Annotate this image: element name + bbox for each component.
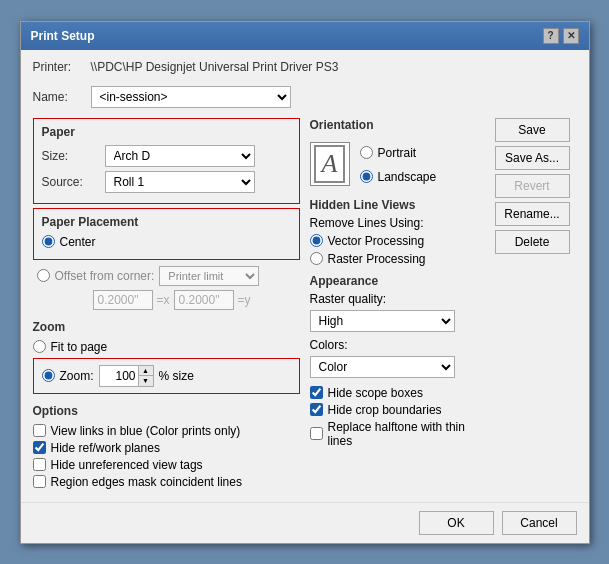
spinner-buttons: ▲ ▼ (138, 366, 153, 386)
offset-radio[interactable] (37, 269, 50, 282)
region-edges-label: Region edges mask coincident lines (51, 475, 242, 489)
save-button[interactable]: Save (495, 118, 570, 142)
action-buttons: Save Save As... Revert Rename... Delete (495, 118, 577, 492)
ok-button[interactable]: OK (419, 511, 494, 535)
paper-title: Paper (42, 125, 291, 139)
orientation-title: Orientation (310, 118, 485, 132)
offset-label: Offset from corner: (55, 269, 155, 283)
rename-button[interactable]: Rename... (495, 202, 570, 226)
opt-check-3: Hide unreferenced view tags (33, 458, 300, 472)
landscape-label: Landscape (378, 170, 437, 184)
colors-select[interactable]: Color Black Lines Grayscale (310, 356, 455, 378)
vector-label: Vector Processing (328, 234, 425, 248)
right-options: Hide scope boxes Hide crop boundaries Re… (310, 386, 485, 448)
opt-check-1: View links in blue (Color prints only) (33, 424, 300, 438)
colors-label: Colors: (310, 338, 485, 352)
dialog-body: Printer: \\PDC\HP Designjet Universal Pr… (21, 50, 589, 502)
portrait-radio[interactable] (360, 146, 373, 159)
hide-unreferenced-label: Hide unreferenced view tags (51, 458, 203, 472)
region-edges-check[interactable] (33, 475, 46, 488)
replace-halftone-label: Replace halftone with thin lines (328, 420, 485, 448)
close-button[interactable]: ✕ (563, 28, 579, 44)
offset-radio-row: Offset from corner: Printer limit (37, 266, 300, 286)
cancel-button[interactable]: Cancel (502, 511, 577, 535)
help-button[interactable]: ? (543, 28, 559, 44)
landscape-row: Landscape (360, 170, 437, 184)
left-column: Paper Size: Arch D Source: Roll 1 (33, 118, 300, 492)
raster-quality-select[interactable]: High Draft Low Medium Presentation (310, 310, 455, 332)
portrait-label: Portrait (378, 146, 417, 160)
printer-label: Printer: (33, 60, 83, 74)
save-as-button[interactable]: Save As... (495, 146, 570, 170)
raster-row: Raster Processing (310, 252, 485, 266)
center-radio[interactable] (42, 235, 55, 248)
opt-check-4: Region edges mask coincident lines (33, 475, 300, 489)
right-column: Orientation A Portrait (310, 118, 485, 492)
source-select[interactable]: Roll 1 (105, 171, 255, 193)
hide-crop-check[interactable] (310, 403, 323, 416)
paper-size-row: Size: Arch D (42, 145, 291, 167)
hide-scope-label: Hide scope boxes (328, 386, 423, 400)
size-select[interactable]: Arch D (105, 145, 255, 167)
name-select[interactable]: <in-session> (91, 86, 291, 108)
zoom-section: Zoom Fit to page Zoom: (33, 320, 300, 394)
appearance-section: Appearance Raster quality: High Draft Lo… (310, 274, 485, 378)
center-radio-row: Center (42, 235, 291, 249)
title-bar: Print Setup ? ✕ (21, 22, 589, 50)
zoom-value-input[interactable] (100, 366, 138, 386)
hide-crop-row: Hide crop boundaries (310, 403, 485, 417)
orientation-icon: A (310, 142, 350, 186)
hidden-line-title: Hidden Line Views (310, 198, 485, 212)
name-label: Name: (33, 90, 83, 104)
replace-halftone-row: Replace halftone with thin lines (310, 420, 485, 448)
source-label: Source: (42, 175, 97, 189)
offset-select[interactable]: Printer limit (159, 266, 259, 286)
size-label: Size: (42, 149, 97, 163)
zoom-unit: % size (159, 369, 194, 383)
zoom-label: Zoom: (60, 369, 94, 383)
offset-coords: =x =y (93, 290, 300, 310)
opt-check-2: Hide ref/work planes (33, 441, 300, 455)
zoom-input-row: Zoom: ▲ ▼ % size (42, 365, 291, 387)
zoom-box: Zoom: ▲ ▼ % size (33, 358, 300, 394)
revert-button[interactable]: Revert (495, 174, 570, 198)
x-input[interactable] (93, 290, 153, 310)
delete-button[interactable]: Delete (495, 230, 570, 254)
zoom-radio[interactable] (42, 369, 55, 382)
raster-label: Raster Processing (328, 252, 426, 266)
vector-radio[interactable] (310, 234, 323, 247)
hide-ref-label: Hide ref/work planes (51, 441, 160, 455)
printer-row: Printer: \\PDC\HP Designjet Universal Pr… (33, 60, 577, 74)
raster-quality-label: Raster quality: (310, 292, 485, 306)
name-row: Name: <in-session> (33, 86, 577, 108)
spin-down-button[interactable]: ▼ (139, 376, 153, 386)
zoom-title: Zoom (33, 320, 300, 334)
options-left: View links in blue (Color prints only) H… (33, 424, 300, 492)
spin-up-button[interactable]: ▲ (139, 366, 153, 376)
options-section: Options View links in blue (Color prints… (33, 404, 300, 492)
hidden-line-section: Hidden Line Views Remove Lines Using: Ve… (310, 198, 485, 266)
printer-value: \\PDC\HP Designjet Universal Print Drive… (91, 60, 339, 74)
view-links-check[interactable] (33, 424, 46, 437)
y-input[interactable] (174, 290, 234, 310)
hide-unreferenced-check[interactable] (33, 458, 46, 471)
y-label: =y (238, 293, 251, 307)
vector-row: Vector Processing (310, 234, 485, 248)
appearance-title: Appearance (310, 274, 485, 288)
landscape-radio[interactable] (360, 170, 373, 183)
paper-section: Paper Size: Arch D Source: Roll 1 (33, 118, 300, 204)
orientation-section: Orientation A Portrait (310, 118, 485, 190)
paper-source-row: Source: Roll 1 (42, 171, 291, 193)
dialog-footer: OK Cancel (21, 502, 589, 543)
portrait-row: Portrait (360, 146, 437, 160)
zoom-spinner: ▲ ▼ (99, 365, 154, 387)
hide-scope-row: Hide scope boxes (310, 386, 485, 400)
fit-label: Fit to page (51, 340, 108, 354)
fit-page-radio[interactable] (33, 340, 46, 353)
replace-halftone-check[interactable] (310, 427, 323, 440)
hide-ref-check[interactable] (33, 441, 46, 454)
placement-title: Paper Placement (42, 215, 291, 229)
raster-radio[interactable] (310, 252, 323, 265)
options-columns: View links in blue (Color prints only) H… (33, 424, 300, 492)
hide-scope-check[interactable] (310, 386, 323, 399)
